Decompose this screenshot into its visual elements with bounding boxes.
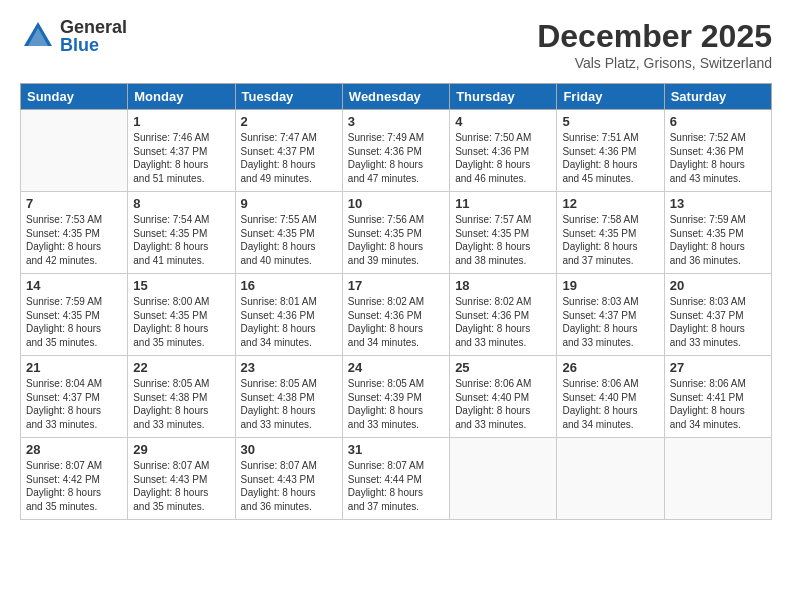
day-info: Sunrise: 7:54 AM Sunset: 4:35 PM Dayligh… <box>133 213 229 267</box>
day-number: 25 <box>455 360 551 375</box>
day-number: 22 <box>133 360 229 375</box>
day-info: Sunrise: 8:06 AM Sunset: 4:40 PM Dayligh… <box>562 377 658 431</box>
day-info: Sunrise: 8:05 AM Sunset: 4:39 PM Dayligh… <box>348 377 444 431</box>
day-number: 15 <box>133 278 229 293</box>
day-cell: 25Sunrise: 8:06 AM Sunset: 4:40 PM Dayli… <box>450 356 557 438</box>
day-info: Sunrise: 7:57 AM Sunset: 4:35 PM Dayligh… <box>455 213 551 267</box>
day-cell <box>450 438 557 520</box>
day-number: 16 <box>241 278 337 293</box>
calendar-body: 1Sunrise: 7:46 AM Sunset: 4:37 PM Daylig… <box>21 110 772 520</box>
logo-name: General Blue <box>60 18 127 54</box>
day-cell: 24Sunrise: 8:05 AM Sunset: 4:39 PM Dayli… <box>342 356 449 438</box>
day-info: Sunrise: 8:06 AM Sunset: 4:40 PM Dayligh… <box>455 377 551 431</box>
page-container: General Blue December 2025 Vals Platz, G… <box>0 0 792 530</box>
day-number: 26 <box>562 360 658 375</box>
day-info: Sunrise: 7:58 AM Sunset: 4:35 PM Dayligh… <box>562 213 658 267</box>
day-cell: 7Sunrise: 7:53 AM Sunset: 4:35 PM Daylig… <box>21 192 128 274</box>
day-cell: 27Sunrise: 8:06 AM Sunset: 4:41 PM Dayli… <box>664 356 771 438</box>
day-info: Sunrise: 8:07 AM Sunset: 4:43 PM Dayligh… <box>133 459 229 513</box>
week-row-0: 1Sunrise: 7:46 AM Sunset: 4:37 PM Daylig… <box>21 110 772 192</box>
day-info: Sunrise: 7:59 AM Sunset: 4:35 PM Dayligh… <box>670 213 766 267</box>
day-info: Sunrise: 8:03 AM Sunset: 4:37 PM Dayligh… <box>670 295 766 349</box>
day-cell: 2Sunrise: 7:47 AM Sunset: 4:37 PM Daylig… <box>235 110 342 192</box>
weekday-header-friday: Friday <box>557 84 664 110</box>
day-number: 27 <box>670 360 766 375</box>
day-cell: 16Sunrise: 8:01 AM Sunset: 4:36 PM Dayli… <box>235 274 342 356</box>
day-number: 6 <box>670 114 766 129</box>
day-number: 20 <box>670 278 766 293</box>
day-number: 14 <box>26 278 122 293</box>
day-cell <box>557 438 664 520</box>
title-block: December 2025 Vals Platz, Grisons, Switz… <box>537 18 772 71</box>
day-number: 19 <box>562 278 658 293</box>
day-info: Sunrise: 8:05 AM Sunset: 4:38 PM Dayligh… <box>133 377 229 431</box>
day-info: Sunrise: 7:49 AM Sunset: 4:36 PM Dayligh… <box>348 131 444 185</box>
day-number: 4 <box>455 114 551 129</box>
day-info: Sunrise: 7:50 AM Sunset: 4:36 PM Dayligh… <box>455 131 551 185</box>
weekday-header-wednesday: Wednesday <box>342 84 449 110</box>
day-cell: 10Sunrise: 7:56 AM Sunset: 4:35 PM Dayli… <box>342 192 449 274</box>
day-number: 23 <box>241 360 337 375</box>
day-info: Sunrise: 7:59 AM Sunset: 4:35 PM Dayligh… <box>26 295 122 349</box>
day-number: 29 <box>133 442 229 457</box>
day-cell: 4Sunrise: 7:50 AM Sunset: 4:36 PM Daylig… <box>450 110 557 192</box>
calendar-header: SundayMondayTuesdayWednesdayThursdayFrid… <box>21 84 772 110</box>
day-number: 10 <box>348 196 444 211</box>
day-info: Sunrise: 8:05 AM Sunset: 4:38 PM Dayligh… <box>241 377 337 431</box>
day-number: 17 <box>348 278 444 293</box>
day-cell: 1Sunrise: 7:46 AM Sunset: 4:37 PM Daylig… <box>128 110 235 192</box>
logo-blue-text: Blue <box>60 36 127 54</box>
location: Vals Platz, Grisons, Switzerland <box>537 55 772 71</box>
day-number: 12 <box>562 196 658 211</box>
day-cell: 29Sunrise: 8:07 AM Sunset: 4:43 PM Dayli… <box>128 438 235 520</box>
weekday-header-sunday: Sunday <box>21 84 128 110</box>
weekday-header-thursday: Thursday <box>450 84 557 110</box>
day-info: Sunrise: 8:07 AM Sunset: 4:44 PM Dayligh… <box>348 459 444 513</box>
day-cell: 31Sunrise: 8:07 AM Sunset: 4:44 PM Dayli… <box>342 438 449 520</box>
day-cell: 14Sunrise: 7:59 AM Sunset: 4:35 PM Dayli… <box>21 274 128 356</box>
day-cell: 23Sunrise: 8:05 AM Sunset: 4:38 PM Dayli… <box>235 356 342 438</box>
day-info: Sunrise: 7:52 AM Sunset: 4:36 PM Dayligh… <box>670 131 766 185</box>
day-cell: 28Sunrise: 8:07 AM Sunset: 4:42 PM Dayli… <box>21 438 128 520</box>
day-number: 5 <box>562 114 658 129</box>
weekday-header-tuesday: Tuesday <box>235 84 342 110</box>
logo-general-text: General <box>60 18 127 36</box>
day-cell: 13Sunrise: 7:59 AM Sunset: 4:35 PM Dayli… <box>664 192 771 274</box>
day-number: 1 <box>133 114 229 129</box>
day-info: Sunrise: 8:07 AM Sunset: 4:42 PM Dayligh… <box>26 459 122 513</box>
day-cell: 3Sunrise: 7:49 AM Sunset: 4:36 PM Daylig… <box>342 110 449 192</box>
day-cell: 18Sunrise: 8:02 AM Sunset: 4:36 PM Dayli… <box>450 274 557 356</box>
day-info: Sunrise: 7:55 AM Sunset: 4:35 PM Dayligh… <box>241 213 337 267</box>
day-info: Sunrise: 8:07 AM Sunset: 4:43 PM Dayligh… <box>241 459 337 513</box>
day-cell: 20Sunrise: 8:03 AM Sunset: 4:37 PM Dayli… <box>664 274 771 356</box>
day-number: 28 <box>26 442 122 457</box>
week-row-4: 28Sunrise: 8:07 AM Sunset: 4:42 PM Dayli… <box>21 438 772 520</box>
day-cell: 12Sunrise: 7:58 AM Sunset: 4:35 PM Dayli… <box>557 192 664 274</box>
day-cell: 5Sunrise: 7:51 AM Sunset: 4:36 PM Daylig… <box>557 110 664 192</box>
week-row-2: 14Sunrise: 7:59 AM Sunset: 4:35 PM Dayli… <box>21 274 772 356</box>
header: General Blue December 2025 Vals Platz, G… <box>20 18 772 71</box>
day-number: 31 <box>348 442 444 457</box>
day-info: Sunrise: 7:51 AM Sunset: 4:36 PM Dayligh… <box>562 131 658 185</box>
week-row-3: 21Sunrise: 8:04 AM Sunset: 4:37 PM Dayli… <box>21 356 772 438</box>
day-cell: 6Sunrise: 7:52 AM Sunset: 4:36 PM Daylig… <box>664 110 771 192</box>
day-number: 8 <box>133 196 229 211</box>
day-number: 2 <box>241 114 337 129</box>
day-cell <box>21 110 128 192</box>
logo-icon <box>20 18 56 54</box>
month-year: December 2025 <box>537 18 772 55</box>
day-number: 7 <box>26 196 122 211</box>
weekday-header-row: SundayMondayTuesdayWednesdayThursdayFrid… <box>21 84 772 110</box>
day-cell <box>664 438 771 520</box>
day-info: Sunrise: 8:03 AM Sunset: 4:37 PM Dayligh… <box>562 295 658 349</box>
day-info: Sunrise: 7:47 AM Sunset: 4:37 PM Dayligh… <box>241 131 337 185</box>
day-info: Sunrise: 8:02 AM Sunset: 4:36 PM Dayligh… <box>455 295 551 349</box>
day-cell: 21Sunrise: 8:04 AM Sunset: 4:37 PM Dayli… <box>21 356 128 438</box>
day-info: Sunrise: 8:02 AM Sunset: 4:36 PM Dayligh… <box>348 295 444 349</box>
day-cell: 22Sunrise: 8:05 AM Sunset: 4:38 PM Dayli… <box>128 356 235 438</box>
day-number: 21 <box>26 360 122 375</box>
day-cell: 9Sunrise: 7:55 AM Sunset: 4:35 PM Daylig… <box>235 192 342 274</box>
day-cell: 17Sunrise: 8:02 AM Sunset: 4:36 PM Dayli… <box>342 274 449 356</box>
day-info: Sunrise: 8:00 AM Sunset: 4:35 PM Dayligh… <box>133 295 229 349</box>
day-info: Sunrise: 8:04 AM Sunset: 4:37 PM Dayligh… <box>26 377 122 431</box>
